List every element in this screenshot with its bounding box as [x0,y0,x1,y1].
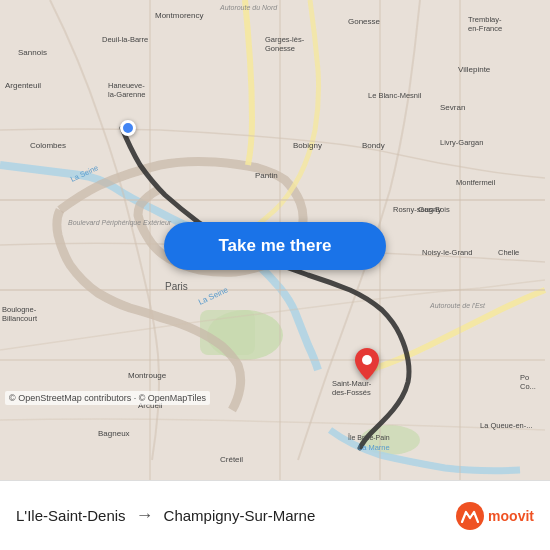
svg-text:Tremblay-: Tremblay- [468,15,502,24]
svg-text:des-Fossés: des-Fossés [332,388,371,397]
svg-text:Île Brise-Pain: Île Brise-Pain [347,433,390,441]
svg-text:Villepinte: Villepinte [458,65,491,74]
svg-text:Montfermeil: Montfermeil [456,178,496,187]
moovit-logo-icon [456,502,484,530]
map-container: Montmorency Gonesse Tremblay- en-France … [0,0,550,480]
svg-text:Bagneux: Bagneux [98,429,130,438]
bottom-bar: L'Ile-Saint-Denis → Champigny-Sur-Marne … [0,480,550,550]
svg-text:Créteil: Créteil [220,455,243,464]
svg-text:la-Garenne: la-Garenne [108,90,146,99]
svg-point-55 [362,355,372,365]
route-to-label: Champigny-Sur-Marne [164,507,316,524]
svg-text:Deuil-la-Barre: Deuil-la-Barre [102,35,148,44]
svg-text:La Marne: La Marne [358,443,390,452]
moovit-text: moovit [488,508,534,524]
svg-text:Montmorency: Montmorency [155,11,203,20]
take-me-there-button[interactable]: Take me there [164,222,386,270]
destination-marker [355,348,379,384]
svg-text:Boulevard Périphérique Extérie: Boulevard Périphérique Extérieur [68,219,172,227]
map-attribution: © OpenStreetMap contributors · © OpenMap… [5,391,210,405]
svg-text:Po: Po [520,373,529,382]
svg-text:Gonesse: Gonesse [265,44,295,53]
svg-text:Co...: Co... [520,382,536,391]
svg-text:Noisy-le-Grand: Noisy-le-Grand [422,248,472,257]
svg-text:en-France: en-France [468,24,502,33]
moovit-logo: moovit [456,502,534,530]
svg-text:Autoroute du Nord: Autoroute du Nord [219,4,278,11]
svg-text:Bondy: Bondy [362,141,385,150]
svg-text:Pantin: Pantin [255,171,278,180]
svg-text:Paris: Paris [165,281,188,292]
svg-text:Garges-lès-: Garges-lès- [265,35,305,44]
svg-text:Autoroute de l'Est: Autoroute de l'Est [429,302,486,309]
origin-marker [120,120,136,136]
svg-text:Bobigny: Bobigny [293,141,322,150]
svg-text:Argenteuil: Argenteuil [5,81,41,90]
svg-text:Montrouge: Montrouge [128,371,167,380]
svg-text:La Queue-en-...: La Queue-en-... [480,421,533,430]
route-from-label: L'Ile-Saint-Denis [16,507,126,524]
svg-text:Gonesse: Gonesse [348,17,381,26]
svg-text:Chelle: Chelle [498,248,519,257]
svg-text:Sannois: Sannois [18,48,47,57]
svg-text:Sevran: Sevran [440,103,465,112]
route-arrow: → [136,505,154,526]
svg-text:Livry-Gargan: Livry-Gargan [440,138,483,147]
svg-text:Le Blanc-Mesnil: Le Blanc-Mesnil [368,91,422,100]
svg-text:Boulogne-: Boulogne- [2,305,37,314]
svg-text:Colombes: Colombes [30,141,66,150]
svg-text:Rosny-sous-Bois: Rosny-sous-Bois [393,205,450,214]
svg-text:Billancourt: Billancourt [2,314,38,323]
svg-text:Haneueve-: Haneueve- [108,81,145,90]
